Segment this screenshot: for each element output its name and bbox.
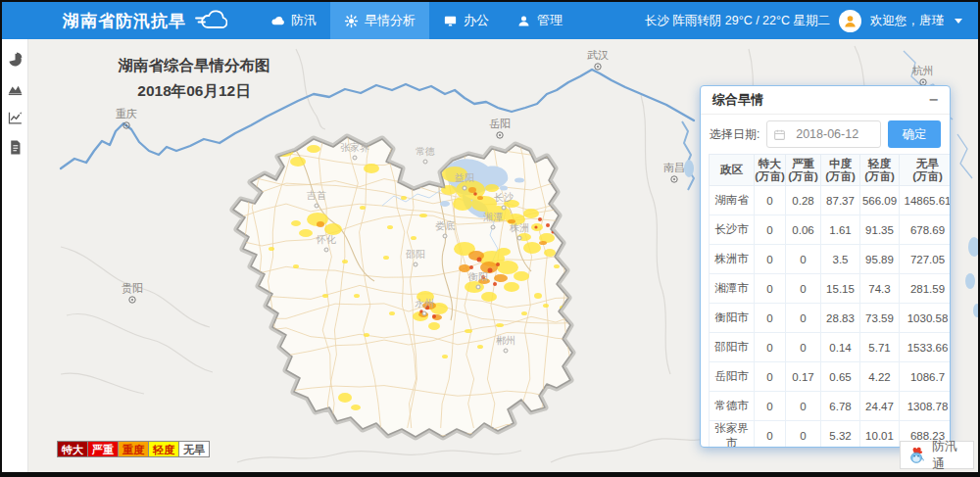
region-link[interactable]: 邵阳市 (710, 333, 755, 362)
mascot-icon (907, 445, 926, 465)
region-link[interactable]: 湘潭市 (710, 274, 755, 304)
value-cell: 5.32 (821, 421, 860, 449)
tool-report-icon[interactable] (7, 139, 24, 156)
tool-line-chart-icon[interactable] (7, 110, 24, 126)
tool-pie-chart-icon[interactable] (7, 51, 24, 68)
value-cell: 1308.78 (900, 392, 952, 421)
main-nav: 防汛旱情分析办公管理 (257, 2, 576, 39)
city-label: 娄底 (435, 220, 455, 231)
region-link[interactable]: 衡阳市 (710, 304, 755, 333)
value-cell: 6.78 (821, 392, 860, 421)
value-cell: 0 (786, 274, 821, 304)
app-window: 武汉岳阳南昌重庆贵阳杭州张家界常德益阳长沙吉首怀化娄底湘潭株洲邵阳衡阳永州郴州 … (0, 0, 980, 477)
nav-item-label: 办公 (464, 12, 489, 29)
city-label: 长沙 (494, 192, 514, 203)
cloud-icon (270, 14, 285, 28)
welcome-text[interactable]: 欢迎您，唐瑾 (870, 13, 944, 29)
app-logo-text: 湖南省防汛抗旱 (63, 10, 186, 32)
drought-legend: 特大严重重度轻度无旱 (58, 441, 210, 457)
city-label: 张家界 (340, 142, 369, 153)
region-link[interactable]: 常德市 (710, 392, 755, 421)
city-label: 郴州 (496, 335, 515, 346)
value-cell: 0.28 (786, 186, 821, 215)
value-cell: 0 (786, 304, 821, 333)
region-link[interactable]: 长沙市 (710, 215, 755, 245)
legend-item: 严重 (87, 441, 119, 457)
nav-item-admin[interactable]: 管理 (503, 2, 576, 39)
value-cell: 0.14 (821, 333, 860, 362)
monitor-icon (443, 14, 458, 28)
region-link[interactable]: 岳阳市 (710, 362, 755, 392)
table-row: 衡阳市0028.8373.591030.58 (710, 304, 952, 333)
value-cell: 678.69 (900, 215, 952, 245)
value-cell: 0 (755, 274, 786, 304)
value-cell: 0.06 (786, 215, 821, 245)
map-title-line1: 湖南省综合旱情分布图 (80, 53, 308, 78)
column-header: 中度(万亩) (821, 155, 860, 186)
app-logo: 湖南省防汛抗旱 (63, 9, 227, 32)
value-cell: 87.37 (821, 186, 860, 215)
city-label: 吉首 (307, 190, 326, 201)
column-header: 特大(万亩) (755, 155, 786, 186)
region-link[interactable]: 湖南省 (710, 186, 755, 215)
legend-item: 特大 (57, 441, 88, 457)
date-row: 选择日期: 2018-06-12 确定 (701, 115, 950, 154)
table-row: 常德市006.7824.471308.78 (710, 392, 952, 421)
table-row: 岳阳市00.170.654.221086.7 (710, 362, 952, 392)
value-cell: 0.17 (786, 362, 821, 392)
city-label: 永州 (415, 298, 434, 309)
value-cell: 0 (786, 392, 821, 421)
value-cell: 91.35 (860, 215, 900, 245)
city-label: 衡阳 (467, 271, 488, 282)
fangxuntong-label: 防汛通 (932, 438, 966, 473)
panel-titlebar: 综合旱情 − (701, 86, 950, 115)
fangxuntong-widget[interactable]: 防汛通 (900, 441, 974, 469)
table-row: 株洲市003.595.89727.05 (710, 245, 952, 274)
table-row: 湖南省00.2887.37566.0914865.61 (710, 186, 952, 215)
region-link[interactable]: 株洲市 (710, 245, 755, 274)
column-header: 轻度(万亩) (860, 155, 900, 186)
chevron-down-icon[interactable] (955, 19, 962, 24)
value-cell: 4.22 (860, 362, 900, 392)
nav-item-label: 旱情分析 (365, 12, 416, 29)
nav-item-label: 防汛 (291, 12, 317, 29)
value-cell: 0.65 (821, 362, 860, 392)
nav-item-flood[interactable]: 防汛 (257, 2, 330, 39)
value-cell: 0 (755, 421, 786, 449)
avatar[interactable] (839, 10, 861, 32)
date-input[interactable]: 2018-06-12 (766, 120, 881, 148)
nav-item-office[interactable]: 办公 (429, 2, 503, 39)
city-label: 贵阳 (122, 282, 143, 294)
value-cell: 0 (755, 333, 786, 362)
drought-table-header: 政区特大(万亩)严重(万亩)中度(万亩)轻度(万亩)无旱(万亩) (710, 155, 952, 186)
table-row: 邵阳市000.145.711533.66 (710, 333, 952, 362)
value-cell: 0 (786, 421, 821, 449)
nav-item-label: 管理 (537, 12, 563, 29)
value-cell: 281.59 (900, 274, 952, 304)
value-cell: 24.47 (860, 392, 900, 421)
column-header: 无旱(万亩) (900, 155, 952, 186)
city-label: 株洲 (509, 222, 529, 233)
city-label: 重庆 (116, 108, 137, 119)
value-cell: 0 (786, 245, 821, 274)
value-cell: 1030.58 (900, 304, 952, 333)
confirm-button[interactable]: 确定 (888, 120, 941, 148)
collapse-button[interactable]: − (929, 93, 938, 107)
value-cell: 28.83 (821, 304, 860, 333)
value-cell: 73.59 (860, 304, 900, 333)
legend-item: 轻度 (148, 441, 179, 457)
city-label: 怀化 (316, 234, 336, 245)
value-cell: 95.89 (860, 245, 900, 274)
panel-title: 综合旱情 (712, 91, 763, 109)
value-cell: 0 (755, 304, 786, 333)
city-label: 杭州 (911, 65, 934, 76)
value-cell: 14865.61 (900, 186, 952, 215)
map-title-line2: 2018年06月12日 (80, 78, 308, 104)
city-label: 常德 (416, 146, 435, 157)
tool-area-chart-icon[interactable] (7, 80, 24, 97)
value-cell: 10.01 (860, 421, 900, 449)
city-label: 南昌 (663, 162, 685, 173)
drought-panel: 综合旱情 − 选择日期: 2018-06-12 确定 政区特大(万亩)严重(万亩… (700, 85, 951, 448)
region-link[interactable]: 张家界市 (710, 421, 755, 449)
nav-item-drought-analysis[interactable]: 旱情分析 (330, 2, 429, 39)
